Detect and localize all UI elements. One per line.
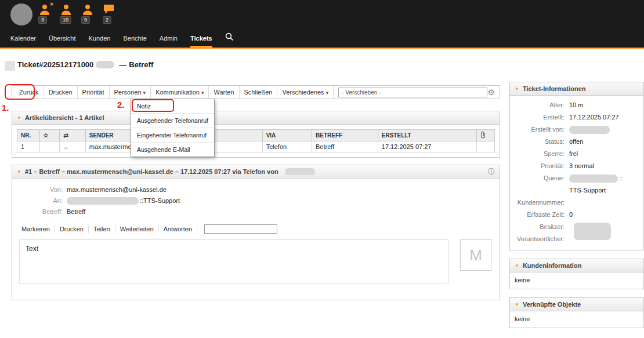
personen-menu-button[interactable]: Personen▾	[110, 86, 151, 99]
redacted-box	[5, 61, 15, 71]
linked-objects-content: keine	[510, 311, 643, 328]
gear-icon[interactable]: ⚙	[487, 88, 495, 97]
collapse-triangle-icon: ▼	[515, 86, 519, 92]
direction-icon[interactable]: ⇄	[60, 130, 86, 141]
nav-item-kalender[interactable]: Kalender	[10, 35, 36, 48]
incoming-arrow-icon: ←	[60, 141, 86, 152]
cell-star	[39, 141, 60, 152]
field-value: ::	[619, 172, 623, 184]
widget-title: Ticket-Informationen	[523, 85, 586, 92]
otrs-ticket-page: { "colors": { "accent_orange": "#ff9922"…	[0, 0, 644, 338]
reply-template-input[interactable]	[204, 224, 277, 234]
annotation-step-2: 2.	[117, 100, 125, 110]
article-table: NR. ☆ ⇄ SENDER VIA BETREFF ERSTELLT 1 ← …	[17, 129, 495, 152]
from-value: max.mustermensch@uni-kassel.de	[67, 184, 167, 195]
redacted-value	[574, 223, 611, 240]
chevron-down-icon: ▾	[201, 90, 204, 96]
badge-count: 2	[103, 16, 111, 24]
button-label: Verschiedenes	[282, 89, 324, 96]
chevron-down-icon: ▾	[143, 90, 146, 96]
nav-item-uebersicht[interactable]: Übersicht	[49, 35, 75, 48]
article-overview-header[interactable]: ▼ Artikelübersicht - 1 Artikel	[12, 111, 500, 125]
zurueck-button[interactable]: Zurück	[15, 86, 44, 99]
linked-objects-widget: ▼ Verknüpfte Objekte keine	[509, 297, 644, 328]
field-label: Kundennummer:	[510, 197, 569, 209]
button-label: Personen	[114, 89, 142, 96]
field-value: frei	[569, 148, 578, 160]
menu-item-eingehender-telefonanruf[interactable]: Eingehender Telefonanruf	[131, 128, 214, 143]
cell-attachment	[477, 141, 495, 152]
field-value: 10 m	[569, 99, 583, 111]
cell-erstellt: 17.12.2025 07:27	[378, 141, 477, 152]
table-row[interactable]: 1 ← max.mustermensch@uni-kassel.de Telef…	[17, 141, 495, 152]
responsible-tickets-button[interactable]: 9	[81, 4, 95, 24]
paperclip-icon[interactable]	[477, 130, 495, 141]
article-detail-body: Von: max.mustermensch@uni-kassel.de An: …	[12, 179, 500, 300]
chevron-down-icon: ▾	[326, 90, 329, 96]
markieren-button[interactable]: Markieren	[17, 225, 55, 233]
table-header-row: NR. ☆ ⇄ SENDER VIA BETREFF ERSTELLT	[17, 130, 495, 141]
nav-item-berichte[interactable]: Berichte	[123, 35, 146, 48]
weiterleiten-button[interactable]: Weiterleiten	[115, 225, 159, 233]
verschiedenes-menu-button[interactable]: Verschiedenes▾	[277, 86, 334, 99]
customer-information-header[interactable]: ▼ Kundeninformation	[510, 259, 643, 272]
ticket-number: Ticket#202512171000	[17, 60, 93, 69]
star-icon: ★	[49, 1, 54, 7]
customer-information-content: keine	[510, 272, 643, 289]
field-label: Sperre:	[510, 148, 569, 160]
watched-tickets-button[interactable]: 10	[60, 4, 74, 24]
messages-button[interactable]: 2	[103, 4, 117, 24]
verschieben-select[interactable]: - Verschieben -	[338, 88, 487, 97]
menu-item-notiz[interactable]: Notiz	[131, 99, 214, 114]
top-navigation-bar: ★ 3 10 9 2 Kalender Übersicht Kunden Ber…	[0, 0, 644, 49]
ticket-information-header[interactable]: ▼ Ticket-Informationen	[510, 82, 643, 96]
info-icon[interactable]: ⓘ	[488, 167, 495, 177]
field-row-queue-wrap: TTS-Support	[510, 184, 643, 197]
kommunikation-menu-button[interactable]: Kommunikation▾	[151, 86, 209, 99]
prioritaet-button[interactable]: Priorität	[78, 86, 110, 99]
field-value: 3 normal	[569, 160, 594, 172]
warten-button[interactable]: Warten	[209, 86, 239, 99]
column-nr[interactable]: NR.	[17, 130, 40, 141]
star-icon[interactable]: ☆	[39, 130, 60, 141]
field-row-kundennummer: Kundennummer:	[510, 197, 643, 209]
drucken-button[interactable]: Drucken	[44, 86, 78, 99]
field-row-alter: Alter: 10 m	[510, 99, 643, 111]
field-row-erstellt-von: Erstellt von:	[510, 123, 643, 136]
article-overview-body: NR. ☆ ⇄ SENDER VIA BETREFF ERSTELLT 1 ← …	[12, 125, 500, 157]
column-betreff[interactable]: BETREFF	[312, 130, 378, 141]
antworten-button[interactable]: Antworten	[159, 225, 198, 233]
column-erstellt[interactable]: ERSTELLT	[378, 130, 477, 141]
field-label: Verantwortlicher:	[510, 233, 569, 245]
to-label: An:	[19, 195, 67, 206]
nav-item-admin[interactable]: Admin	[160, 35, 178, 48]
redacted-ticket-digits	[96, 61, 114, 68]
ticket-information-widget: ▼ Ticket-Informationen Alter: 10 m Erste…	[509, 82, 644, 250]
title-separator: —	[119, 60, 126, 69]
field-label: Erstellt:	[510, 111, 569, 123]
from-row: Von: max.mustermensch@uni-kassel.de	[19, 184, 493, 195]
button-label: Kommunikation	[155, 89, 200, 96]
article-detail-header[interactable]: ▼ #1 – Betreff – max.mustermensch@uni-ka…	[12, 165, 500, 179]
collapse-triangle-icon: ▼	[515, 263, 519, 268]
avatar[interactable]	[10, 3, 32, 26]
article-header-text: #1 – Betreff – max.mustermensch@uni-kass…	[25, 168, 278, 175]
locked-tickets-button[interactable]: ★ 3	[38, 4, 52, 24]
schliessen-button[interactable]: Schließen	[240, 86, 278, 99]
ticket-subject: Betreff	[129, 60, 153, 69]
field-row-erfasste-zeit: Erfasste Zeit: 0	[510, 209, 643, 221]
field-row-queue: Queue: ::	[510, 172, 643, 184]
menu-item-ausgehender-telefonanruf[interactable]: Ausgehender Telefonanruf	[131, 114, 214, 128]
menu-item-ausgehende-email[interactable]: Ausgehende E-Mail	[131, 143, 214, 157]
drucken-article-button[interactable]: Drucken	[55, 225, 89, 233]
nav-item-kunden[interactable]: Kunden	[89, 35, 111, 48]
field-value: offen	[569, 136, 583, 148]
to-row: An: ::TTS-Support	[19, 195, 493, 206]
teilen-button[interactable]: Teilen	[89, 225, 115, 233]
linked-objects-header[interactable]: ▼ Verknüpfte Objekte	[510, 298, 643, 311]
main-navigation: Kalender Übersicht Kunden Berichte Admin…	[10, 29, 234, 48]
collapse-triangle-icon: ▼	[17, 169, 21, 175]
nav-item-tickets[interactable]: Tickets	[190, 35, 212, 48]
column-via[interactable]: VIA	[262, 130, 312, 141]
search-icon[interactable]	[225, 32, 234, 48]
